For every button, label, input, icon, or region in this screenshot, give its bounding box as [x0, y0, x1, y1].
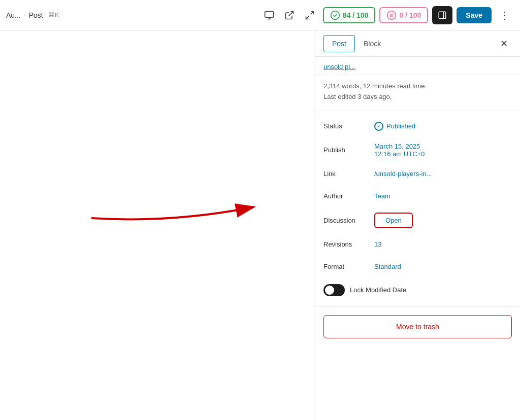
- format-value[interactable]: Standard: [374, 263, 401, 270]
- publish-label: Publish: [323, 146, 374, 154]
- svg-text:ai: ai: [390, 13, 394, 18]
- publish-row: Publish March 15, 2025 12:16 am UTC+0: [315, 137, 520, 163]
- svg-rect-8: [439, 12, 446, 19]
- editor-area: [0, 30, 315, 420]
- annotation-arrow: [81, 188, 274, 228]
- svg-rect-0: [265, 11, 274, 17]
- format-row: Format Standard: [315, 256, 520, 278]
- meta-section: Status ✓ Published Publish March 15, 202…: [315, 111, 520, 306]
- trash-section: Move to trash: [315, 306, 520, 346]
- expand-icon: [305, 10, 315, 20]
- seo-score-badge[interactable]: 84 / 100: [323, 7, 376, 23]
- toolbar-title: Au...: [6, 11, 21, 19]
- publish-date: March 15, 2025: [374, 143, 425, 150]
- toolbar-sep: ·: [24, 11, 26, 19]
- toggle-knob: [325, 286, 334, 295]
- sidebar-toggle-btn[interactable]: [432, 6, 452, 24]
- lock-modified-date-toggle[interactable]: [323, 284, 345, 296]
- link-value[interactable]: /unsold-players-in...: [374, 170, 432, 178]
- external-link-icon: [284, 10, 295, 20]
- desktop-icon-btn[interactable]: [260, 6, 278, 24]
- author-row: Author Team: [315, 185, 520, 207]
- discussion-row: Discussion Open: [315, 207, 520, 233]
- format-label: Format: [323, 263, 374, 270]
- link-row: Link /unsold-players-in...: [315, 163, 520, 185]
- snippet-link[interactable]: unsold pl...: [315, 57, 520, 75]
- post-stats: 2,314 words, 12 minutes read time. Last …: [315, 75, 520, 111]
- readability-score-badge[interactable]: ai 0 / 100: [379, 7, 428, 23]
- last-edited-line: Last edited 3 days ago.: [323, 92, 512, 102]
- tab-post[interactable]: Post: [323, 35, 355, 52]
- published-check-icon: ✓: [374, 122, 383, 131]
- svg-line-1: [288, 11, 293, 16]
- svg-line-3: [306, 16, 309, 19]
- status-value-text: Published: [386, 122, 415, 130]
- desktop-icon: [264, 10, 274, 20]
- close-icon: ✕: [500, 38, 508, 49]
- author-label: Author: [323, 192, 374, 200]
- revisions-value[interactable]: 13: [374, 240, 381, 248]
- readability-score-value: 0 / 100: [399, 11, 421, 19]
- toolbar-left: Au... · Post ⌘K: [6, 11, 256, 19]
- sidebar-content: unsold pl... 2,314 words, 12 minutes rea…: [315, 57, 520, 420]
- svg-line-2: [311, 11, 314, 14]
- sidebar-header: Post Block ✕: [315, 30, 520, 57]
- lock-modified-date-label: Lock Modified Date: [350, 286, 406, 294]
- tab-block[interactable]: Block: [355, 35, 389, 52]
- main-area: Post Block ✕ unsold pl... 2,314 words, 1…: [0, 30, 520, 420]
- publish-value[interactable]: March 15, 2025 12:16 am UTC+0: [374, 143, 425, 158]
- seo-score-value: 84 / 100: [343, 11, 369, 19]
- author-value[interactable]: Team: [374, 192, 391, 200]
- more-options-button[interactable]: ⋮: [496, 6, 514, 24]
- toolbar-shortcut: ⌘K: [48, 11, 59, 19]
- save-button[interactable]: Save: [457, 7, 492, 23]
- toolbar-post-label: Post: [29, 11, 43, 19]
- seo-score-icon: [330, 10, 340, 20]
- status-row: Status ✓ Published: [315, 115, 520, 137]
- word-count-line: 2,314 words, 12 minutes read time.: [323, 81, 512, 92]
- expand-icon-btn[interactable]: [301, 6, 319, 24]
- sidebar-toggle-icon: [438, 11, 447, 20]
- move-to-trash-button[interactable]: Move to trash: [323, 315, 512, 338]
- more-options-icon: ⋮: [500, 9, 510, 21]
- revisions-row: Revisions 13: [315, 233, 520, 256]
- status-value[interactable]: ✓ Published: [374, 122, 415, 131]
- sidebar-panel: Post Block ✕ unsold pl... 2,314 words, 1…: [315, 30, 520, 420]
- discussion-value-btn[interactable]: Open: [374, 213, 413, 228]
- publish-time: 12:16 am UTC+0: [374, 150, 425, 158]
- discussion-label: Discussion: [323, 217, 374, 224]
- readability-score-icon: ai: [386, 10, 397, 20]
- revisions-label: Revisions: [323, 240, 374, 248]
- status-label: Status: [323, 122, 374, 130]
- toolbar-icons: [260, 6, 319, 24]
- lock-modified-date-row: Lock Modified Date: [315, 278, 520, 302]
- svg-point-4: [331, 11, 340, 19]
- external-link-icon-btn[interactable]: [280, 6, 299, 24]
- link-label: Link: [323, 170, 374, 178]
- toolbar: Au... · Post ⌘K 84 / 100 ai 0 / 100 Save: [0, 0, 520, 30]
- sidebar-close-button[interactable]: ✕: [496, 36, 512, 52]
